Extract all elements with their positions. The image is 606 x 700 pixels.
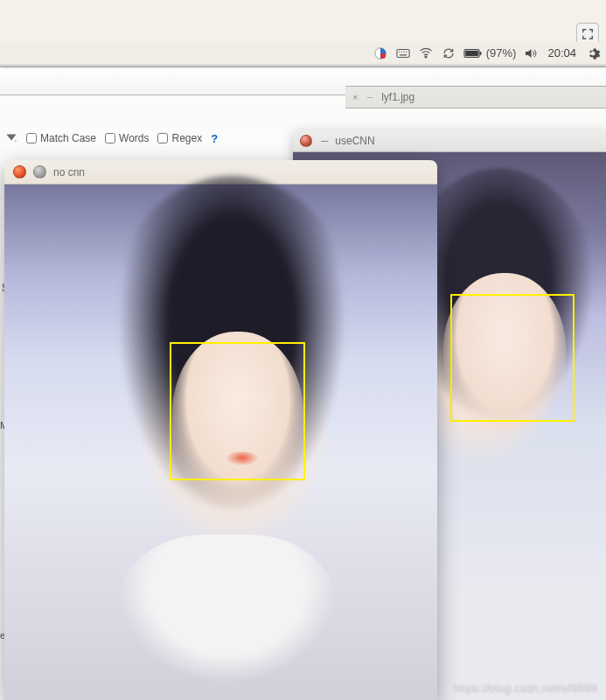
keyboard-icon — [396, 46, 410, 60]
battery-icon — [463, 48, 483, 59]
window-usecnn-title: useCNN — [335, 135, 374, 147]
window-usecnn-titlebar[interactable]: – useCNN — [293, 130, 606, 152]
document-tab-lyf1[interactable]: × – lyf1.jpg — [345, 86, 606, 108]
battery-indicator[interactable]: (97%) — [463, 46, 517, 60]
regex-label: Regex — [171, 132, 202, 144]
indicator-app-icon[interactable] — [373, 46, 388, 61]
tab-title: lyf1.jpg — [381, 91, 414, 103]
find-bar: . Match Case Words Regex ? — [0, 128, 311, 149]
regex-checkbox[interactable] — [157, 133, 168, 144]
words-option[interactable]: Words — [105, 132, 149, 144]
tab-close-icon[interactable]: × — [352, 92, 358, 102]
face-bbox — [170, 342, 305, 480]
desktop-root: (97%) 20:04 × – lyf1.jpg . — [0, 0, 606, 700]
photo-placeholder-dress — [118, 535, 337, 700]
sync-indicator-icon[interactable] — [441, 46, 456, 61]
battery-percent: (97%) — [486, 46, 517, 60]
system-panel: (97%) 20:04 — [0, 42, 606, 65]
system-settings-icon[interactable] — [585, 46, 601, 61]
svg-rect-2 — [397, 49, 409, 57]
clock[interactable]: 20:04 — [546, 46, 578, 60]
tab-minimize-icon[interactable]: – — [366, 91, 373, 103]
close-icon[interactable] — [13, 165, 26, 178]
minimize-icon[interactable]: – — [321, 136, 328, 144]
sync-icon — [442, 46, 456, 60]
match-case-label: Match Case — [40, 132, 96, 144]
face-bbox — [450, 294, 575, 422]
wifi-indicator-icon[interactable] — [418, 46, 434, 61]
words-label: Words — [119, 132, 149, 144]
close-icon[interactable] — [300, 135, 312, 147]
volume-icon — [524, 46, 538, 60]
find-dropdown-button[interactable]: . — [5, 130, 17, 146]
svg-rect-11 — [479, 52, 481, 55]
globe-icon — [373, 46, 387, 60]
window-nocnn-content — [4, 185, 437, 700]
match-case-checkbox[interactable] — [26, 133, 37, 144]
window-nocnn-title: no cnn — [53, 166, 85, 178]
match-case-option[interactable]: Match Case — [26, 132, 96, 144]
gear-icon — [585, 46, 601, 61]
regex-option[interactable]: Regex — [157, 132, 202, 144]
svg-point-1 — [380, 53, 386, 59]
find-help-button[interactable]: ? — [211, 132, 218, 145]
maximize-icon — [582, 28, 594, 40]
volume-indicator-icon[interactable] — [523, 46, 539, 61]
window-nocnn[interactable]: no cnn — [4, 160, 437, 700]
svg-point-8 — [425, 56, 427, 58]
minimize-icon[interactable] — [33, 165, 46, 178]
keyboard-indicator-icon[interactable] — [395, 46, 411, 61]
words-checkbox[interactable] — [105, 133, 115, 144]
wifi-icon — [419, 46, 433, 60]
svg-rect-10 — [465, 50, 478, 55]
